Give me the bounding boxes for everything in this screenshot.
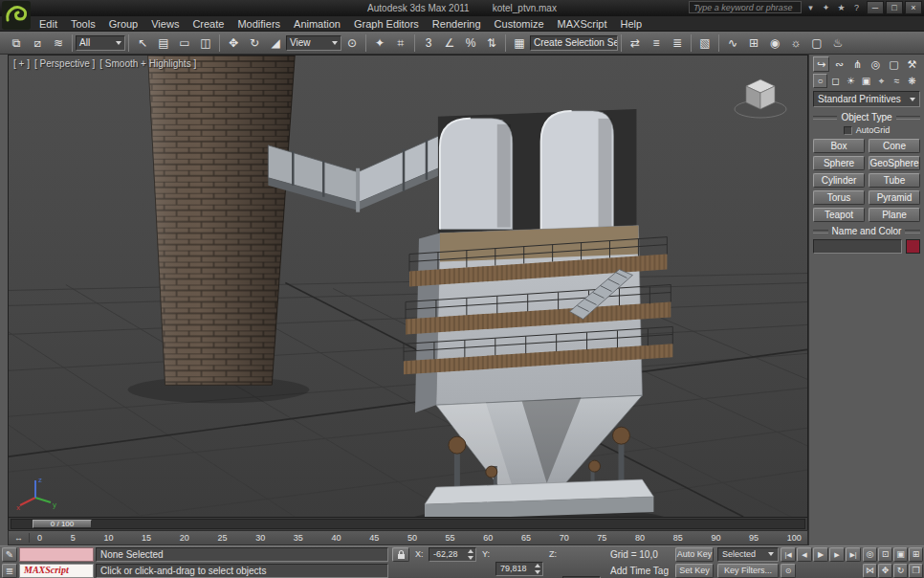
- minimize-button[interactable]: ─: [867, 1, 884, 14]
- brick-chimney[interactable]: [148, 56, 296, 385]
- menu-tools[interactable]: Tools: [64, 16, 102, 32]
- maxscript-mini-listener[interactable]: MAXScript: [19, 564, 94, 578]
- select-and-move-icon[interactable]: ✥: [224, 33, 244, 53]
- menu-graph-editors[interactable]: Graph Editors: [347, 16, 426, 32]
- key-filters-button[interactable]: Key Filters...: [717, 564, 779, 578]
- go-to-start-button[interactable]: |◀: [781, 547, 796, 562]
- y-coord-field[interactable]: 79,818: [495, 562, 543, 576]
- close-button[interactable]: ×: [905, 1, 922, 14]
- menu-help[interactable]: Help: [614, 16, 649, 32]
- button-teapot[interactable]: Teapot: [813, 208, 865, 222]
- previous-frame-button[interactable]: ◀: [797, 547, 812, 562]
- zoom-icon[interactable]: ◎: [863, 547, 877, 562]
- viewport-general-menu[interactable]: [ + ]: [13, 58, 30, 69]
- select-and-manipulate-icon[interactable]: ✦: [370, 33, 390, 53]
- material-editor-icon[interactable]: ◉: [765, 33, 785, 53]
- play-button[interactable]: ▶: [813, 547, 828, 562]
- zoom-all-icon[interactable]: ⊡: [878, 547, 892, 562]
- geometry-category-icon[interactable]: ○: [813, 74, 827, 88]
- x-coord-field[interactable]: -62,28: [429, 547, 476, 562]
- menu-modifiers[interactable]: Modifiers: [231, 16, 287, 32]
- rectangular-selection-region-icon[interactable]: ▭: [175, 33, 195, 53]
- create-tab-icon[interactable]: ↪: [813, 56, 829, 72]
- viewport-shading-menu[interactable]: [ Smooth + Highlights ]: [99, 58, 196, 69]
- track-bar[interactable]: ↔ 0 5 10 15 20 25 30 35 40 45 50 55 60 6…: [8, 530, 808, 545]
- 3ds-max-logo-icon[interactable]: [2, 1, 31, 30]
- menu-create[interactable]: Create: [186, 16, 231, 32]
- selection-lock-toggle[interactable]: [392, 547, 409, 562]
- menu-rendering[interactable]: Rendering: [426, 16, 488, 32]
- name-and-color-rollout-header[interactable]: Name and Color: [813, 226, 920, 236]
- utilities-tab-icon[interactable]: ⚒: [904, 56, 920, 72]
- auto-key-button[interactable]: Auto Key: [675, 547, 714, 562]
- button-tube[interactable]: Tube: [869, 173, 920, 188]
- orbit-icon[interactable]: ↻: [893, 564, 908, 578]
- mirror-icon[interactable]: ⇄: [626, 33, 646, 53]
- spinner-snap-icon[interactable]: ⇅: [482, 33, 502, 53]
- object-type-rollout-header[interactable]: Object Type: [813, 112, 920, 122]
- hierarchy-tab-icon[interactable]: ⋔: [849, 56, 866, 72]
- named-selection-set-field[interactable]: Create Selection Se: [530, 35, 618, 51]
- motion-tab-icon[interactable]: ◎: [868, 56, 884, 72]
- communication-center-icon[interactable]: ✦: [820, 3, 832, 12]
- use-pivot-point-center-icon[interactable]: ⊙: [342, 33, 363, 53]
- perspective-viewport[interactable]: [ + ] [ Perspective ] [ Smooth + Highlig…: [8, 55, 808, 518]
- select-and-link-icon[interactable]: ⧉: [7, 33, 27, 53]
- key-mode-dropdown[interactable]: Selected: [717, 547, 779, 562]
- curve-editor-icon[interactable]: ∿: [723, 33, 743, 53]
- graphite-modeling-tools-icon[interactable]: ▧: [695, 33, 715, 53]
- add-time-tag[interactable]: Add Time Tag: [610, 564, 669, 578]
- bind-to-space-warp-icon[interactable]: ≋: [49, 33, 69, 53]
- render-setup-icon[interactable]: ☼: [786, 33, 806, 53]
- unlink-selection-icon[interactable]: ⧄: [28, 33, 48, 53]
- rendered-frame-window-icon[interactable]: ▢: [807, 33, 827, 53]
- select-and-rotate-icon[interactable]: ↻: [245, 33, 265, 53]
- angle-snap-icon[interactable]: ∠: [440, 33, 460, 53]
- maximize-viewport-icon[interactable]: ❒: [909, 564, 923, 578]
- space-warps-category-icon[interactable]: ≈: [890, 74, 904, 88]
- view-cube[interactable]: [727, 71, 794, 122]
- snaps-toggle-icon[interactable]: 3: [419, 33, 439, 53]
- key-mode-toggle[interactable]: ⊙: [781, 564, 796, 578]
- button-plane[interactable]: Plane: [869, 208, 920, 222]
- listener-icon[interactable]: ≣: [2, 564, 17, 578]
- button-cylinder[interactable]: Cylinder: [813, 173, 865, 188]
- autogrid-checkbox[interactable]: [844, 126, 852, 135]
- menu-edit[interactable]: Edit: [33, 16, 64, 32]
- button-torus[interactable]: Torus: [813, 190, 865, 205]
- helpers-category-icon[interactable]: ⌖: [874, 74, 889, 88]
- selection-filter-dropdown[interactable]: All: [76, 35, 125, 51]
- zoom-extents-icon[interactable]: ▣: [893, 547, 908, 562]
- time-slider[interactable]: 0 / 100: [8, 518, 808, 530]
- select-and-scale-icon[interactable]: ◢: [266, 33, 286, 53]
- display-tab-icon[interactable]: ▢: [886, 56, 902, 72]
- next-frame-button[interactable]: ▶: [829, 547, 845, 562]
- button-sphere[interactable]: Sphere: [813, 156, 865, 170]
- track-bar-mode-icon[interactable]: ↔: [9, 533, 30, 543]
- viewport-pov-menu[interactable]: [ Perspective ]: [34, 58, 95, 69]
- select-object-icon[interactable]: ↖: [133, 33, 153, 53]
- go-to-end-button[interactable]: ▶|: [846, 547, 861, 562]
- pan-icon[interactable]: ✥: [878, 564, 892, 578]
- infocenter-search-input[interactable]: [689, 1, 802, 13]
- object-color-swatch[interactable]: [906, 239, 920, 254]
- menu-group[interactable]: Group: [102, 16, 145, 32]
- spinner-icon[interactable]: [535, 564, 541, 574]
- systems-category-icon[interactable]: ❋: [905, 74, 919, 88]
- macro-recorder-icon[interactable]: ✎: [2, 547, 17, 562]
- set-key-button[interactable]: Set Key: [675, 564, 714, 578]
- time-slider-track[interactable]: 0 / 100: [11, 519, 805, 529]
- button-box[interactable]: Box: [813, 139, 865, 153]
- lights-category-icon[interactable]: ☀: [844, 74, 858, 88]
- keyboard-shortcut-override-icon[interactable]: ⌗: [391, 33, 411, 53]
- button-pyramid[interactable]: Pyramid: [869, 190, 920, 205]
- schematic-view-icon[interactable]: ⊞: [744, 33, 764, 53]
- macro-recorder-pane[interactable]: [19, 547, 94, 562]
- align-icon[interactable]: ≡: [647, 33, 667, 53]
- maximize-button[interactable]: □: [886, 1, 903, 14]
- perspective-viewport-canvas[interactable]: [9, 56, 807, 517]
- object-name-field[interactable]: [813, 239, 902, 254]
- shapes-category-icon[interactable]: ◻: [828, 74, 843, 88]
- field-of-view-icon[interactable]: ⋈: [863, 564, 877, 578]
- menu-customize[interactable]: Customize: [488, 16, 551, 32]
